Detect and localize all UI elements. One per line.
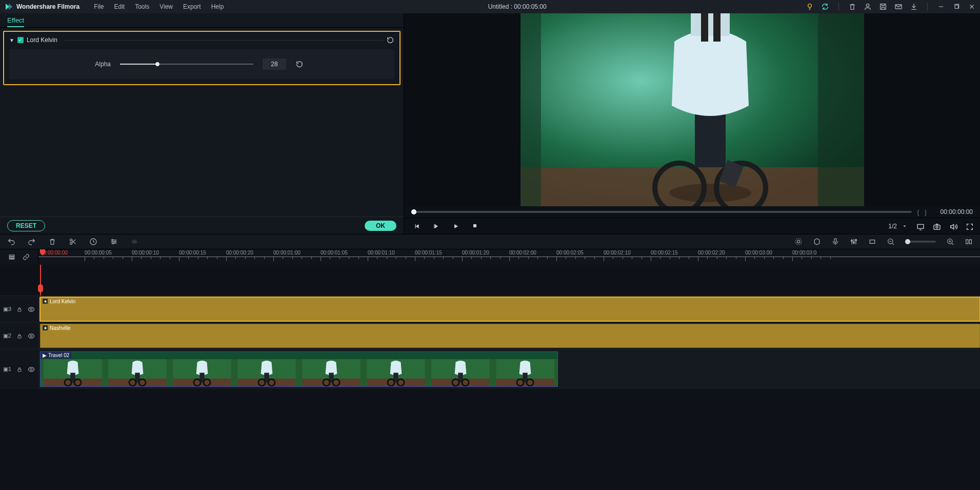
render-icon[interactable] xyxy=(794,238,803,246)
display-icon[interactable] xyxy=(916,223,924,230)
ok-button[interactable]: OK xyxy=(365,221,396,231)
effect-clip-nashville[interactable]: ★ Nashville xyxy=(40,324,980,348)
video-thumbnail xyxy=(493,359,557,386)
menu-help[interactable]: Help xyxy=(206,3,229,10)
audio-wave-icon[interactable] xyxy=(130,238,138,246)
ruler-tick: 00:00:02:00 xyxy=(509,250,536,256)
svg-rect-44 xyxy=(18,336,21,338)
track-row-1: ▣1 ▶Travel 02 xyxy=(0,349,980,389)
mail-icon[interactable] xyxy=(894,3,903,11)
stop-icon[interactable] xyxy=(472,223,479,230)
timeline-ruler[interactable]: 00:00:00:00 00:00:00:0500:00:00:1000:00:… xyxy=(38,249,980,265)
delete-icon[interactable] xyxy=(48,238,56,246)
effect-checkbox[interactable]: ✓ xyxy=(17,37,24,43)
playhead-grip-icon[interactable] xyxy=(38,284,43,292)
project-title: Untitled : 00:00:05:00 xyxy=(229,3,806,10)
mic-icon[interactable] xyxy=(831,238,839,246)
svg-rect-13 xyxy=(691,13,730,36)
svg-point-43 xyxy=(30,308,32,310)
effect-tab[interactable]: Effect xyxy=(7,16,24,27)
crop-icon[interactable] xyxy=(868,238,876,246)
menu-edit[interactable]: Edit xyxy=(109,3,130,10)
alpha-value[interactable]: 28 xyxy=(263,58,286,70)
adjust-icon[interactable] xyxy=(110,238,118,246)
undo-icon[interactable] xyxy=(7,238,15,246)
volume-icon[interactable] xyxy=(949,223,956,230)
lock-icon[interactable] xyxy=(16,306,23,312)
window-restore-icon[interactable] xyxy=(952,3,961,11)
menu-file[interactable]: File xyxy=(89,3,109,10)
effect-reset-icon[interactable] xyxy=(386,36,394,44)
svg-rect-41 xyxy=(9,259,14,259)
video-thumbnail xyxy=(364,359,428,386)
progress-knob[interactable] xyxy=(411,209,416,214)
account-icon[interactable] xyxy=(864,3,872,11)
idea-icon[interactable] xyxy=(806,3,814,11)
track-index: ▣2 xyxy=(3,332,11,339)
ruler-tick: 00:00:02:15 xyxy=(651,250,678,256)
refresh-icon[interactable] xyxy=(821,3,829,11)
svg-point-21 xyxy=(936,226,938,228)
zoom-out-icon[interactable] xyxy=(887,238,895,246)
zoom-fit-icon[interactable] xyxy=(965,238,973,246)
ruler-tick: 00:00:01:10 xyxy=(368,250,395,256)
marker-icon[interactable] xyxy=(813,238,821,246)
reset-button[interactable]: RESET xyxy=(7,220,45,231)
play-back-icon[interactable] xyxy=(433,223,440,230)
mixer-icon[interactable] xyxy=(850,238,858,246)
zoom-slider[interactable] xyxy=(905,241,936,243)
eye-icon[interactable] xyxy=(28,366,35,373)
eye-icon[interactable] xyxy=(28,332,35,340)
svg-rect-4 xyxy=(955,5,958,8)
snapshot-icon[interactable] xyxy=(933,223,940,230)
ruler-tick: 00:00:00:15 xyxy=(179,250,206,256)
svg-point-0 xyxy=(808,4,812,8)
window-minimize-icon[interactable] xyxy=(937,3,945,11)
lock-icon[interactable] xyxy=(16,333,23,339)
svg-point-9 xyxy=(669,184,751,202)
video-preview[interactable] xyxy=(404,13,980,206)
lock-icon[interactable] xyxy=(16,366,23,373)
menu-tools[interactable]: Tools xyxy=(130,3,154,10)
svg-rect-8 xyxy=(521,13,541,206)
collapse-arrow-icon[interactable]: ▼ xyxy=(9,37,14,43)
svg-rect-19 xyxy=(917,224,924,228)
redo-icon[interactable] xyxy=(28,238,36,246)
link-icon[interactable] xyxy=(23,253,30,261)
alpha-slider[interactable] xyxy=(120,61,253,67)
titlebar-right-cluster xyxy=(806,3,976,11)
speed-icon[interactable] xyxy=(89,238,97,246)
ruler-tick: 00:00:01:20 xyxy=(462,250,489,256)
svg-rect-7 xyxy=(818,13,864,206)
video-clip-travel[interactable]: ▶Travel 02 xyxy=(40,351,558,387)
app-logo-icon xyxy=(4,2,13,11)
track-index: ▣3 xyxy=(3,306,11,312)
mark-in-icon[interactable]: { xyxy=(917,208,919,216)
trash-icon[interactable] xyxy=(848,3,856,11)
alpha-reset-icon[interactable] xyxy=(295,60,304,68)
eye-icon[interactable] xyxy=(28,306,35,313)
zoom-in-icon[interactable] xyxy=(946,238,954,246)
window-close-icon[interactable] xyxy=(968,3,976,11)
video-thumbnail xyxy=(428,359,493,386)
svg-rect-18 xyxy=(473,224,476,227)
save-icon[interactable] xyxy=(879,3,887,11)
fullscreen-icon[interactable] xyxy=(966,223,973,230)
mark-out-icon[interactable]: } xyxy=(925,208,927,216)
svg-rect-2 xyxy=(881,4,886,10)
preview-progress[interactable] xyxy=(411,211,912,213)
ruler-tick: 00:00:01:00 xyxy=(273,250,301,256)
menu-view[interactable]: View xyxy=(154,3,178,10)
effect-clip-lord-kelvin[interactable]: ★ Lord Kelvin xyxy=(40,297,980,321)
prev-frame-icon[interactable] xyxy=(413,223,421,230)
track-manager-icon[interactable] xyxy=(8,253,15,261)
menu-export[interactable]: Export xyxy=(178,3,206,10)
app-name: Wondershare Filmora xyxy=(16,3,79,10)
titlebar: Wondershare Filmora File Edit Tools View… xyxy=(0,0,980,13)
alpha-label: Alpha xyxy=(18,61,111,68)
download-icon[interactable] xyxy=(910,3,918,11)
play-icon[interactable] xyxy=(452,223,459,230)
split-icon[interactable] xyxy=(69,238,77,246)
svg-rect-34 xyxy=(870,240,874,244)
preview-scale[interactable]: 1/2 xyxy=(888,223,907,230)
